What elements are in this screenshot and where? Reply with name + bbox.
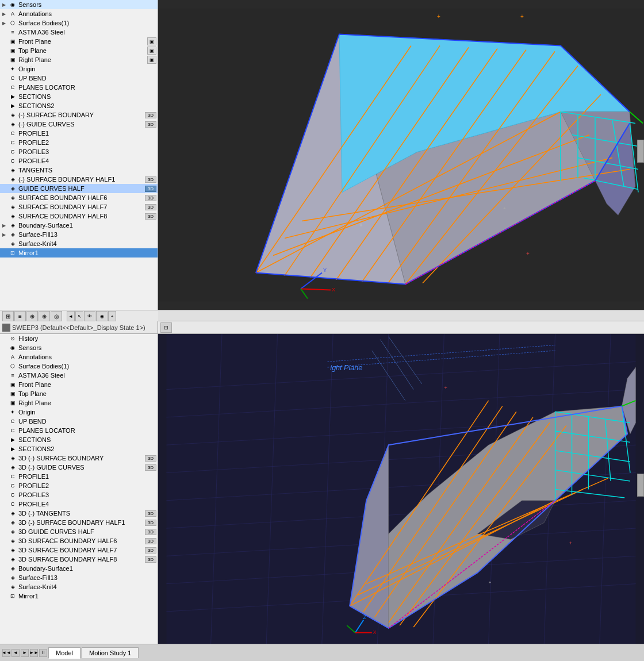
tab-model[interactable]: Model: [48, 647, 80, 659]
sidebar-item-top-plane2[interactable]: ▣Top Plane: [0, 389, 158, 398]
badge-3d-surface-boundary-half1-b: 3D: [145, 520, 156, 526]
viewport-bottom-scroll[interactable]: [637, 474, 644, 497]
sidebar-item-sections2-b[interactable]: ▶SECTIONS2: [0, 444, 158, 454]
sidebar-item-guide-curves[interactable]: ◈(-) GUIDE CURVES3D: [0, 120, 158, 129]
toolbar-btn-color[interactable]: ◎: [51, 311, 62, 321]
sidebar-item-annotations[interactable]: ▶AAnnotations: [0, 9, 158, 18]
sidebar-item-guide-curves-half[interactable]: ◈GUIDE CURVES HALF3D: [0, 184, 158, 193]
sidebar-item-surface-boundary-half1[interactable]: ◈(-) SURFACE BOUNDARY HALF13D: [0, 175, 158, 184]
sidebar-item-profile2-b[interactable]: CPROFILE2: [0, 481, 158, 490]
sidebar-item-mirror1-b[interactable]: ⊡Mirror1: [0, 591, 158, 601]
sidebar-item-surface-boundary-half1-b[interactable]: ◈3D (-) SURFACE BOUNDARY HALF13D: [0, 518, 158, 527]
toolbar-btn-arrow1[interactable]: ◄: [67, 311, 75, 321]
sidebar-item-front-plane[interactable]: ▣Front Plane▣: [0, 37, 158, 46]
sidebar-item-astm[interactable]: ≡ASTM A36 Steel: [0, 28, 158, 37]
sidebar-item-surface-boundary-half8-b[interactable]: ◈3D SURFACE BOUNDARY HALF83D: [0, 555, 158, 564]
sidebar-item-surface-fill13[interactable]: ▶◈Surface-Fill13: [0, 230, 158, 239]
feature-icon: ◈: [8, 212, 17, 220]
nav-btn-pause[interactable]: ⏸: [39, 649, 47, 657]
sidebar-item-profile4[interactable]: CPROFILE4: [0, 156, 158, 166]
viewport-top[interactable]: + + + + + Y X: [158, 0, 644, 310]
sidebar-item-sensors2[interactable]: ◉Sensors: [0, 343, 158, 352]
sidebar-item-surface-boundary-half6[interactable]: ◈SURFACE BOUNDARY HALF63D: [0, 193, 158, 202]
viewport-top-scroll[interactable]: [637, 140, 644, 163]
badge-3d-surface-boundary-b: 3D: [145, 455, 156, 462]
nav-btn-last[interactable]: ►►: [30, 649, 38, 657]
toolbar-btn-cursor[interactable]: ↖: [75, 311, 83, 321]
sidebar-item-tangents[interactable]: ◈TANGENTS: [0, 166, 158, 175]
sidebar-label-surface-boundary-half8-b: 3D SURFACE BOUNDARY HALF8: [18, 556, 145, 563]
sidebar-item-surface-boundary-b[interactable]: ◈3D (-) SURFACE BOUNDARY3D: [0, 454, 158, 463]
sidebar-item-astm2[interactable]: ≡ASTM A36 Steel: [0, 371, 158, 380]
sidebar-item-origin2[interactable]: ✦Origin: [0, 408, 158, 417]
sidebar-item-top-plane[interactable]: ▣Top Plane▣: [0, 46, 158, 55]
sidebar-item-boundary-surface1[interactable]: ▶◈Boundary-Surface1: [0, 221, 158, 230]
toolbar-btn-grid[interactable]: ⊞: [2, 311, 14, 321]
toolbar-btn-plus[interactable]: +: [108, 311, 116, 321]
sidebar-item-profile3-b[interactable]: CPROFILE3: [0, 490, 158, 499]
nav-btn-next[interactable]: ►: [21, 649, 29, 657]
sidebar-item-planes-locator[interactable]: CPLANES LOCATOR: [0, 83, 158, 92]
sidebar-item-up-bend[interactable]: CUP BEND: [0, 74, 158, 83]
sidebar-item-tangents-b[interactable]: ◈3D (-) TANGENTS3D: [0, 509, 158, 518]
sidebar-item-profile2[interactable]: CPROFILE2: [0, 138, 158, 147]
viewport-bottom[interactable]: ight Plane + + + Z X: [158, 334, 644, 644]
sidebar-item-surface-knit4[interactable]: ◈Surface-Knit4: [0, 239, 158, 248]
toolbar-btn-render[interactable]: ◉: [96, 311, 108, 321]
sidebar-item-origin[interactable]: ✦Origin: [0, 64, 158, 74]
viewport-expand-btn[interactable]: ⊡: [160, 322, 172, 333]
sidebar-item-boundary-surface1-b[interactable]: ◈Boundary-Surface1: [0, 564, 158, 573]
badge-3d-surface-boundary-half6-b: 3D: [145, 538, 156, 544]
sidebar-item-sections2[interactable]: ▶SECTIONS2: [0, 101, 158, 110]
sidebar-label-surface-boundary-half6-b: 3D SURFACE BOUNDARY HALF6: [18, 537, 145, 544]
sidebar-item-profile3[interactable]: CPROFILE3: [0, 147, 158, 156]
svg-line-65: [413, 425, 566, 627]
sidebar-item-surface-knit4-b[interactable]: ◈Surface-Knit4: [0, 582, 158, 591]
sidebar-item-sections-b[interactable]: ▶SECTIONS: [0, 435, 158, 444]
expand-arrow-surface-fill13: ▶: [2, 232, 8, 237]
sidebar-label-right-plane2: Right Plane: [18, 399, 156, 406]
sidebar-item-surface-boundary-half6-b[interactable]: ◈3D SURFACE BOUNDARY HALF63D: [0, 536, 158, 545]
sidebar-label-astm: ASTM A36 Steel: [18, 29, 156, 36]
sidebar-label-sections2: SECTIONS2: [18, 102, 156, 109]
sidebar-item-front-plane2[interactable]: ▣Front Plane: [0, 380, 158, 389]
svg-marker-3: [339, 34, 630, 193]
sidebar-item-history[interactable]: ⊙History: [0, 334, 158, 343]
sidebar-item-profile1-b[interactable]: CPROFILE1: [0, 472, 158, 481]
sidebar-item-surface-boundary-half8[interactable]: ◈SURFACE BOUNDARY HALF83D: [0, 212, 158, 221]
feature-icon: ◈: [8, 564, 17, 572]
nav-btn-first[interactable]: ◄◄: [2, 649, 10, 657]
plane-icon: ▣: [8, 399, 17, 407]
sidebar-item-surface-boundary-half7-b[interactable]: ◈3D SURFACE BOUNDARY HALF73D: [0, 545, 158, 555]
sidebar-item-profile1[interactable]: CPROFILE1: [0, 129, 158, 138]
toolbar-btn-target[interactable]: ⊕: [39, 311, 50, 321]
sidebar-item-surface-boundary[interactable]: ◈(-) SURFACE BOUNDARY3D: [0, 110, 158, 120]
sidebar-label-sections2-b: SECTIONS2: [18, 445, 156, 452]
sidebar-item-right-plane[interactable]: ▣Right Plane▣: [0, 55, 158, 64]
sidebar-item-guide-curves-half-b[interactable]: ◈3D GUIDE CURVES HALF3D: [0, 527, 158, 536]
sidebar-label-history: History: [18, 335, 156, 342]
sidebar-item-right-plane2[interactable]: ▣Right Plane: [0, 398, 158, 408]
nav-btn-prev[interactable]: ◄: [12, 649, 20, 657]
sidebar-item-sensors[interactable]: ▶◉Sensors: [0, 0, 158, 9]
badge-3d-surface-boundary-half8: 3D: [145, 213, 156, 220]
sidebar-label-sections: SECTIONS: [18, 93, 156, 100]
sidebar-item-surface-bodies[interactable]: ▶⬡Surface Bodies(1): [0, 18, 158, 28]
sidebar-item-guide-curves-b[interactable]: ◈3D (-) GUIDE CURVES3D: [0, 463, 158, 472]
sidebar-item-mirror1[interactable]: ⊡Mirror1: [0, 248, 158, 258]
tab-motion-study[interactable]: Motion Study 1: [82, 647, 139, 658]
expand-arrow-boundary-surface1: ▶: [2, 223, 8, 228]
sidebar-item-sections[interactable]: ▶SECTIONS: [0, 92, 158, 101]
sidebar-item-up-bend2[interactable]: CUP BEND: [0, 417, 158, 426]
svg-line-63: [389, 417, 533, 622]
sidebar-item-surface-bodies2[interactable]: ⬡Surface Bodies(1): [0, 362, 158, 371]
sidebar-item-surface-fill13-b[interactable]: ◈Surface-Fill13: [0, 573, 158, 582]
toolbar-btn-filter[interactable]: ⊕: [26, 311, 38, 321]
svg-text:ight Plane: ight Plane: [330, 364, 362, 372]
toolbar-btn-view[interactable]: 👁: [84, 311, 95, 321]
sidebar-item-surface-boundary-half7[interactable]: ◈SURFACE BOUNDARY HALF73D: [0, 202, 158, 212]
toolbar-btn-list[interactable]: ≡: [14, 311, 26, 321]
sidebar-item-planes-locator2[interactable]: CPLANES LOCATOR: [0, 426, 158, 435]
sidebar-item-profile4-b[interactable]: CPROFILE4: [0, 499, 158, 509]
sidebar-item-annotations2[interactable]: AAnnotations: [0, 352, 158, 362]
